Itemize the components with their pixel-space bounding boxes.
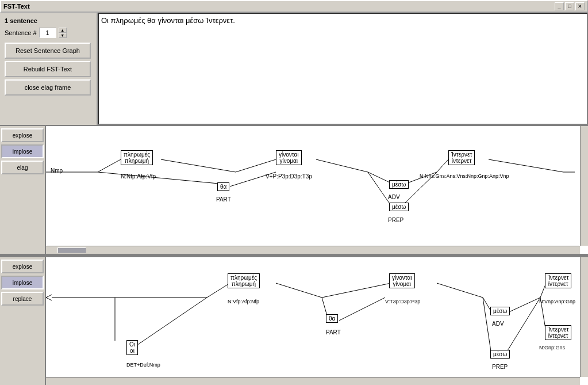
title-bar: FST-Text _ □ ✕ xyxy=(0,0,588,13)
maximize-button[interactable]: □ xyxy=(565,2,574,10)
title-bar-controls: _ □ ✕ xyxy=(555,2,585,10)
minimize-button[interactable]: _ xyxy=(555,2,564,10)
title-bar-title: FST-Text xyxy=(3,3,30,10)
close-button[interactable]: ✕ xyxy=(575,2,585,10)
